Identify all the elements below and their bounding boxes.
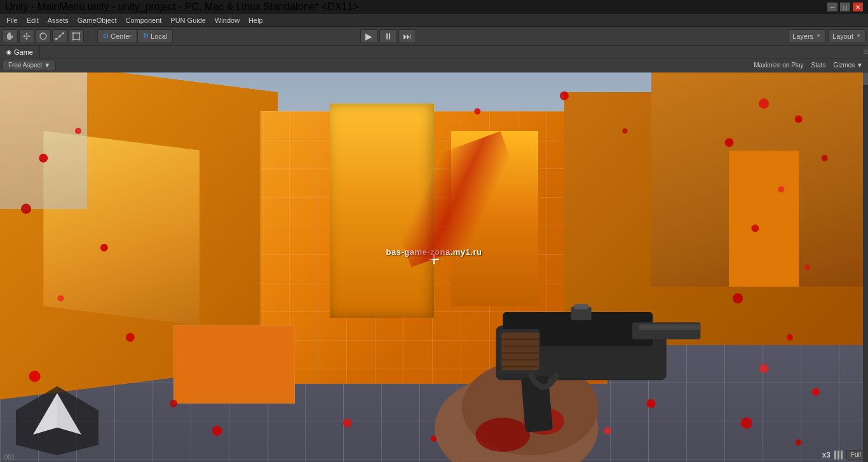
aspect-label: Free Aspect bbox=[8, 62, 42, 69]
menu-bar: File Edit Assets GameObject Component PU… bbox=[0, 14, 868, 27]
menu-help[interactable]: Help bbox=[245, 16, 267, 25]
svg-point-9 bbox=[72, 38, 74, 40]
unity-logo bbox=[0, 379, 114, 462]
viewport[interactable]: bas-game-zona.my1.ru bbox=[0, 72, 868, 462]
maximize-button[interactable]: □ bbox=[840, 3, 850, 11]
x3-badge: x3 bbox=[822, 451, 831, 459]
layout-arrow: ▼ bbox=[856, 33, 861, 39]
svg-point-10 bbox=[79, 38, 81, 40]
right-game-toolbar: Maximize on Play Stats Gizmos ▼ bbox=[751, 61, 865, 69]
layers-arrow: ▼ bbox=[816, 33, 821, 39]
svg-rect-3 bbox=[62, 32, 64, 34]
step-button[interactable]: ⏭ bbox=[398, 29, 416, 43]
stats-btn[interactable]: Stats bbox=[809, 61, 829, 69]
viewport-scrollbar[interactable] bbox=[863, 72, 868, 462]
menu-pun-guide[interactable]: PUN Guide bbox=[166, 16, 210, 25]
menu-component[interactable]: Component bbox=[121, 16, 165, 25]
transform-tools bbox=[3, 29, 84, 43]
aspect-arrow: ▼ bbox=[44, 62, 50, 69]
game-tab-label: Game bbox=[14, 48, 33, 56]
play-button[interactable]: ▶ bbox=[360, 29, 378, 43]
layout-dropdown[interactable]: Layout ▼ bbox=[828, 29, 865, 43]
pause-button[interactable]: ⏸ bbox=[379, 29, 397, 43]
ammo-bars bbox=[834, 451, 843, 459]
rect-tool[interactable] bbox=[69, 29, 84, 43]
hand-tool[interactable] bbox=[3, 29, 18, 43]
svg-rect-5 bbox=[55, 38, 57, 40]
game-canvas: bas-game-zona.my1.ru bbox=[0, 72, 868, 462]
layers-dropdown[interactable]: Layers ▼ bbox=[788, 29, 825, 43]
svg-point-8 bbox=[79, 32, 81, 34]
gizmos-arrow: ▼ bbox=[857, 62, 863, 69]
svg-point-7 bbox=[72, 32, 74, 34]
game-tab-icon: ◉ bbox=[6, 49, 11, 55]
hud-bottom-right: x3 bbox=[822, 451, 843, 459]
svg-rect-6 bbox=[73, 33, 79, 39]
game-tab[interactable]: ◉ Game bbox=[0, 46, 40, 58]
local-button[interactable]: ↻ Local bbox=[137, 29, 173, 43]
title-text: Unity - MainMenu.unity - unity_project -… bbox=[5, 1, 359, 13]
title-bar: Unity - MainMenu.unity - unity_project -… bbox=[0, 0, 868, 14]
center-button[interactable]: ⊙ Center bbox=[97, 29, 137, 43]
play-controls: ▶ ⏸ ⏭ bbox=[360, 29, 416, 43]
title-controls: ─ □ ✕ bbox=[827, 3, 863, 11]
scale-tool[interactable] bbox=[52, 29, 67, 43]
rotate-tool[interactable] bbox=[36, 29, 51, 43]
game-toolbar: Free Aspect ▼ Maximize on Play Stats Giz… bbox=[0, 58, 868, 72]
side-block-left2 bbox=[0, 72, 87, 209]
menu-gameobject[interactable]: GameObject bbox=[74, 16, 121, 25]
floor-block bbox=[173, 325, 295, 404]
aspect-dropdown[interactable]: Free Aspect ▼ bbox=[3, 60, 56, 71]
minimize-button[interactable]: ─ bbox=[827, 3, 837, 11]
timer-display: .001 bbox=[3, 454, 15, 461]
menu-edit[interactable]: Edit bbox=[23, 16, 43, 25]
tab-bar: ◉ Game ≡ bbox=[0, 46, 868, 58]
right-controls: Layers ▼ Layout ▼ bbox=[788, 29, 865, 43]
separator-1 bbox=[88, 30, 88, 43]
side-block-right2 bbox=[729, 151, 798, 287]
maximize-on-play-btn[interactable]: Maximize on Play bbox=[751, 61, 806, 69]
move-tool[interactable] bbox=[19, 29, 34, 43]
pivot-tools: ⊙ Center ↻ Local bbox=[97, 29, 173, 43]
close-button[interactable]: ✕ bbox=[853, 3, 863, 11]
menu-file[interactable]: File bbox=[3, 16, 22, 25]
menu-assets[interactable]: Assets bbox=[44, 16, 72, 25]
menu-window[interactable]: Window bbox=[211, 16, 243, 25]
gizmos-btn[interactable]: Gizmos ▼ bbox=[831, 61, 865, 69]
toolbar: ⊙ Center ↻ Local ▶ ⏸ ⏭ Layers ▼ Layout ▼ bbox=[0, 27, 868, 46]
panel-menu[interactable]: ≡ bbox=[863, 46, 868, 58]
